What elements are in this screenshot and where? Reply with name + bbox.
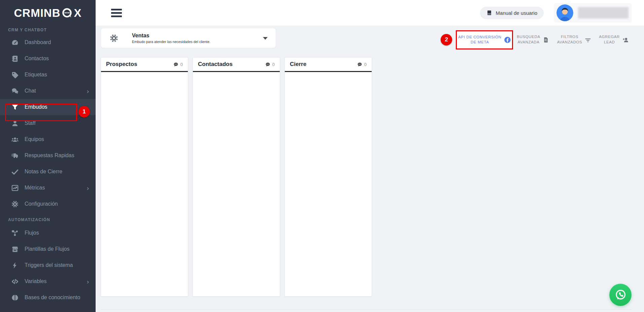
sidebar-item-chat[interactable]: Chat › bbox=[0, 83, 96, 99]
chat-bubble-o-icon bbox=[61, 7, 73, 19]
funnel-icon bbox=[11, 103, 19, 111]
meta-conversion-api-button[interactable]: API DE CONVERSIÓN DE META bbox=[456, 30, 513, 49]
sidebar-item-notas-de-cierre[interactable]: Notas de Cierre bbox=[0, 164, 96, 180]
sidebar: CRMINB X CRM Y CHATBOT Dashboard Contact… bbox=[0, 0, 96, 312]
column-header: Cierre 0 bbox=[285, 58, 372, 72]
sidebar-section-crm: CRM Y CHATBOT bbox=[0, 21, 96, 34]
kanban-board: Prospectos 0 Contactados 0 bbox=[101, 57, 372, 297]
document-search-icon bbox=[543, 36, 550, 43]
column-count-badge: 0 bbox=[357, 62, 367, 67]
sidebar-item-label: Respuestas Rapidas bbox=[25, 152, 74, 159]
sidebar-item-bases-de-conocimiento[interactable]: Bases de conocimiento bbox=[0, 289, 96, 306]
gauge-icon bbox=[11, 39, 19, 46]
code-icon bbox=[11, 278, 19, 285]
sidebar-item-label: Plantillas de Flujos bbox=[25, 246, 69, 252]
add-person-icon bbox=[622, 36, 629, 43]
manual-de-usuario-button[interactable]: Manual de usuario bbox=[480, 7, 544, 19]
user-icon bbox=[11, 119, 19, 127]
filters-label-line1: FILTROS bbox=[557, 34, 582, 40]
app-logo[interactable]: CRMINB X bbox=[0, 0, 96, 21]
column-title: Prospectos bbox=[106, 61, 137, 68]
sidebar-item-equipos[interactable]: Equipos bbox=[0, 131, 96, 147]
sidebar-item-metricas[interactable]: Métricas › bbox=[0, 180, 96, 196]
funnel-selector-dropdown[interactable]: Ventas Embudo para atender las necesidad… bbox=[101, 28, 276, 48]
book-icon bbox=[486, 10, 493, 16]
sidebar-item-label: Chat bbox=[25, 88, 36, 94]
column-title: Contactados bbox=[198, 61, 233, 68]
sidebar-item-label: Triggers del sistema bbox=[25, 262, 73, 268]
app-screen: CRMINB X CRM Y CHATBOT Dashboard Contact… bbox=[0, 0, 644, 312]
sidebar-item-flujos[interactable]: Flujos bbox=[0, 225, 96, 241]
sidebar-section-automation: AUTOMATIZACIÓN bbox=[0, 212, 96, 225]
content-divider bbox=[101, 309, 632, 310]
column-count-badge: 0 bbox=[265, 62, 275, 67]
brain-icon bbox=[11, 294, 19, 302]
chevron-right-icon: › bbox=[87, 88, 89, 94]
redacted-username bbox=[578, 7, 629, 19]
advanced-search-button[interactable]: BUSQUEDA AVANZADA bbox=[513, 34, 553, 45]
logo-text-prefix: CRMINB bbox=[14, 7, 61, 20]
kanban-column-prospectos: Prospectos 0 bbox=[101, 57, 188, 297]
storefront-icon bbox=[11, 245, 19, 253]
tag-icon bbox=[11, 71, 19, 79]
search-label-line2: AVANZADA bbox=[517, 40, 540, 45]
filter-lines-icon bbox=[584, 36, 591, 43]
whatsapp-icon bbox=[614, 288, 627, 302]
flow-diagram-icon bbox=[11, 229, 19, 237]
add-lead-label-line2: LEAD bbox=[599, 40, 620, 45]
advanced-filters-button[interactable]: FILTROS AVANZADOS bbox=[553, 34, 596, 45]
search-label-line1: BUSQUEDA bbox=[517, 34, 540, 40]
comments-icon bbox=[11, 87, 19, 95]
bolt-icon bbox=[11, 262, 19, 269]
gear-icon bbox=[109, 34, 118, 43]
sidebar-item-variables[interactable]: Variables › bbox=[0, 273, 96, 289]
column-title: Cierre bbox=[290, 61, 306, 68]
meta-api-label-line2: DE META bbox=[458, 40, 501, 45]
column-count: 0 bbox=[180, 62, 183, 67]
funnel-subtitle: Embudo para atender las necesidades del … bbox=[132, 40, 210, 44]
sidebar-item-plantillas-de-flujos[interactable]: Plantillas de Flujos bbox=[0, 241, 96, 257]
sidebar-item-dashboard[interactable]: Dashboard bbox=[0, 34, 96, 50]
caret-down-icon bbox=[263, 37, 268, 40]
sidebar-item-label: Flujos bbox=[25, 230, 39, 236]
sidebar-item-configuracion[interactable]: Configuración bbox=[0, 196, 96, 212]
hamburger-menu-button[interactable] bbox=[111, 9, 122, 17]
sidebar-item-label: Contactos bbox=[25, 56, 49, 62]
manual-button-label: Manual de usuario bbox=[496, 10, 537, 16]
chevron-right-icon: › bbox=[87, 278, 89, 285]
sidebar-item-label: Notas de Cierre bbox=[25, 169, 62, 175]
sidebar-item-label: Etiquetas bbox=[25, 72, 47, 78]
add-lead-label-line1: AGREGAR bbox=[599, 34, 620, 40]
user-avatar bbox=[556, 4, 573, 21]
sidebar-item-staff[interactable]: Staff bbox=[0, 115, 96, 131]
sidebar-item-label: Staff bbox=[25, 120, 36, 126]
sidebar-item-respuestas-rapidas[interactable]: Respuestas Rapidas bbox=[0, 147, 96, 164]
kanban-column-cierre: Cierre 0 bbox=[284, 57, 372, 297]
chat-bubble-icon bbox=[173, 62, 178, 67]
chevron-right-icon: › bbox=[87, 185, 89, 191]
sidebar-item-label: Métricas bbox=[25, 185, 45, 191]
sidebar-item-contactos[interactable]: Contactos bbox=[0, 50, 96, 67]
sidebar-item-label: Configuración bbox=[25, 201, 58, 207]
column-header: Contactados 0 bbox=[193, 58, 280, 72]
annotation-step-1: 1 bbox=[78, 106, 90, 117]
chart-line-icon bbox=[11, 184, 19, 192]
column-header: Prospectos 0 bbox=[101, 58, 188, 72]
annotation-step-2: 2 bbox=[441, 34, 452, 45]
logo-text-suffix: X bbox=[74, 7, 81, 20]
chat-bubble-icon bbox=[265, 62, 270, 67]
meta-api-label-line1: API DE CONVERSIÓN bbox=[458, 35, 501, 40]
add-lead-button[interactable]: AGREGAR LEAD bbox=[595, 34, 633, 45]
sidebar-item-label: Dashboard bbox=[25, 39, 51, 45]
funnel-title: Ventas bbox=[132, 33, 210, 39]
column-count-badge: 0 bbox=[173, 62, 183, 67]
user-menu[interactable] bbox=[554, 3, 632, 23]
sidebar-item-etiquetas[interactable]: Etiquetas bbox=[0, 67, 96, 83]
gear-icon bbox=[11, 200, 19, 208]
filters-label-line2: AVANZADOS bbox=[557, 40, 582, 45]
whatsapp-button[interactable] bbox=[609, 284, 632, 306]
sidebar-item-label: Embudos bbox=[25, 104, 47, 110]
actions-row: 2 API DE CONVERSIÓN DE META BUSQUEDA AVA… bbox=[441, 30, 633, 49]
sidebar-item-triggers-del-sistema[interactable]: Triggers del sistema bbox=[0, 257, 96, 273]
kanban-column-contactados: Contactados 0 bbox=[193, 57, 280, 297]
